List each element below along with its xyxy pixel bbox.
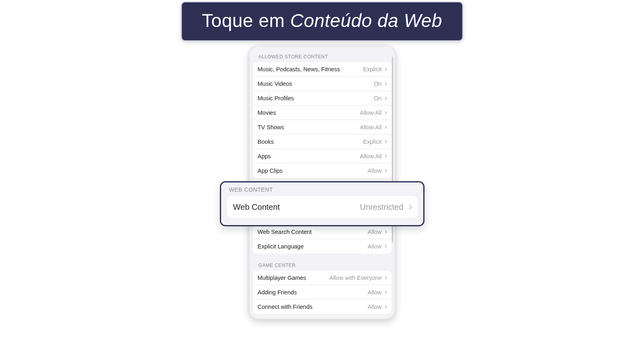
row-right: Allow bbox=[368, 243, 387, 250]
row-right: Allow All bbox=[360, 124, 387, 130]
instruction-target: Conteúdo da Web bbox=[290, 10, 442, 31]
row-apps[interactable]: Apps Allow All bbox=[253, 149, 391, 163]
row-explicit-language[interactable]: Explicit Language Allow bbox=[253, 239, 391, 254]
row-right: Explicit bbox=[363, 66, 387, 72]
row-label: Web Content bbox=[233, 203, 280, 212]
row-app-clips[interactable]: App Clips Allow bbox=[253, 163, 391, 178]
instruction-banner: Toque em Conteúdo da Web bbox=[181, 2, 463, 41]
chevron-right-icon bbox=[383, 230, 387, 233]
row-books[interactable]: Books Explicit bbox=[253, 134, 391, 149]
chevron-right-icon bbox=[383, 111, 387, 114]
row-right: Allow All bbox=[360, 153, 387, 159]
row-right: On bbox=[374, 81, 386, 87]
row-music-podcasts[interactable]: Music, Podcasts, News, Fitness Explicit bbox=[253, 62, 391, 77]
row-multiplayer-games[interactable]: Multiplayer Games Allow with Everyone bbox=[253, 271, 391, 285]
chevron-right-icon bbox=[383, 276, 387, 279]
section-header-web-content: WEB CONTENT bbox=[227, 186, 418, 196]
chevron-right-icon bbox=[383, 125, 387, 128]
row-label: Books bbox=[258, 139, 274, 145]
section-header-game-center: GAME CENTER bbox=[253, 254, 391, 271]
row-value: Allow bbox=[368, 168, 382, 174]
chevron-right-icon bbox=[383, 96, 387, 99]
chevron-right-icon bbox=[383, 305, 387, 308]
row-right: Allow bbox=[368, 304, 387, 310]
row-tv-shows[interactable]: TV Shows Allow All bbox=[253, 120, 391, 134]
list-allowed-store: Music, Podcasts, News, Fitness Explicit … bbox=[253, 62, 391, 178]
row-value: Allow All bbox=[360, 110, 382, 116]
row-label: Web Search Content bbox=[258, 229, 312, 235]
row-music-profiles[interactable]: Music Profiles On bbox=[253, 91, 391, 105]
row-right: Unrestricted bbox=[360, 203, 411, 212]
row-label: Adding Friends bbox=[258, 289, 297, 296]
row-label: Connect with Friends bbox=[258, 304, 313, 310]
row-value: Explicit bbox=[363, 66, 382, 72]
chevron-right-icon bbox=[383, 169, 387, 172]
list-siri: Web Search Content Allow Explicit Langua… bbox=[253, 225, 391, 254]
row-value: Unrestricted bbox=[360, 203, 404, 212]
chevron-right-icon bbox=[383, 154, 387, 157]
list-game-center: Multiplayer Games Allow with Everyone Ad… bbox=[253, 271, 391, 314]
row-web-search-content[interactable]: Web Search Content Allow bbox=[253, 225, 391, 239]
row-value: Allow bbox=[368, 304, 382, 310]
row-movies[interactable]: Movies Allow All bbox=[253, 105, 391, 120]
chevron-right-icon bbox=[383, 245, 387, 248]
row-value: Allow bbox=[368, 229, 382, 235]
chevron-right-icon bbox=[383, 82, 387, 85]
row-label: Music Profiles bbox=[258, 95, 294, 101]
section-header-allowed-store: ALLOWED STORE CONTENT bbox=[253, 47, 391, 62]
row-connect-with-friends[interactable]: Connect with Friends Allow bbox=[253, 300, 391, 314]
row-right: Allow bbox=[368, 229, 387, 235]
row-value: Allow bbox=[368, 289, 382, 296]
row-value: Explicit bbox=[363, 139, 382, 145]
row-right: Allow All bbox=[360, 110, 387, 116]
row-label: Apps bbox=[258, 153, 271, 159]
chevron-right-icon bbox=[383, 290, 387, 294]
row-right: On bbox=[374, 95, 386, 101]
row-label: Movies bbox=[258, 110, 276, 116]
row-value: On bbox=[374, 81, 381, 87]
chevron-right-icon bbox=[407, 205, 412, 210]
row-right: Explicit bbox=[363, 139, 387, 145]
row-right: Allow bbox=[368, 289, 387, 296]
chevron-right-icon bbox=[383, 67, 387, 70]
row-value: Allow with Everyone bbox=[329, 275, 382, 281]
row-label: Music, Podcasts, News, Fitness bbox=[258, 66, 340, 72]
row-value: On bbox=[374, 95, 381, 101]
row-adding-friends[interactable]: Adding Friends Allow bbox=[253, 285, 391, 300]
instruction-prefix: Toque em bbox=[202, 10, 290, 31]
row-label: Music Videos bbox=[258, 81, 292, 87]
highlight-web-content: WEB CONTENT Web Content Unrestricted bbox=[220, 181, 425, 226]
row-value: Allow All bbox=[360, 153, 382, 159]
row-web-content[interactable]: Web Content Unrestricted bbox=[227, 196, 418, 218]
row-label: Explicit Language bbox=[258, 243, 304, 250]
row-right: Allow with Everyone bbox=[329, 275, 387, 281]
chevron-right-icon bbox=[383, 140, 387, 143]
row-music-videos[interactable]: Music Videos On bbox=[253, 77, 391, 91]
row-label: App Clips bbox=[258, 168, 283, 174]
row-value: Allow bbox=[368, 243, 382, 250]
row-label: TV Shows bbox=[258, 124, 284, 130]
row-right: Allow bbox=[368, 168, 387, 174]
row-value: Allow All bbox=[360, 124, 382, 130]
row-label: Multiplayer Games bbox=[258, 275, 306, 281]
